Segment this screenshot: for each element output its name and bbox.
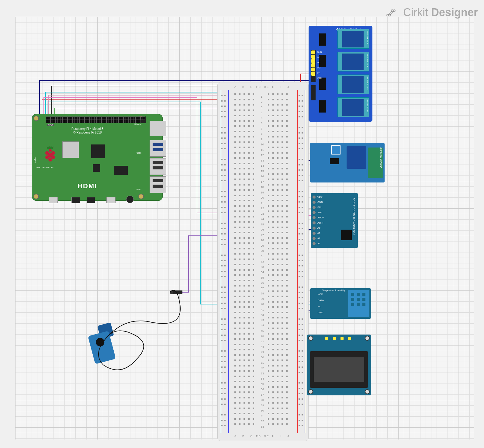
hdmi-label: HDMI bbox=[78, 182, 97, 190]
ethernet-label: Ethernet bbox=[134, 123, 141, 125]
relay-module-4ch[interactable]: 4 Relay Module SRD-5VDC-SL-C SRD-5VDC-SL… bbox=[309, 26, 372, 122]
relay-3: SRD-5VDC-SL-C bbox=[337, 75, 369, 94]
breadboard[interactable]: A B C D E F G H I J A B C D E F G H I J … bbox=[217, 82, 309, 441]
ads-pin-label: A2 bbox=[317, 237, 320, 240]
row-number: 48 bbox=[261, 345, 264, 348]
row-number: 62 bbox=[261, 420, 264, 423]
breadboard-holes-right[interactable] bbox=[268, 92, 292, 432]
ads-pin-label: A0 bbox=[317, 227, 320, 229]
ads-pin-label: ALRT bbox=[317, 221, 323, 224]
potentiometer-icon bbox=[331, 145, 341, 155]
relay-pin-label: IN2 bbox=[317, 61, 320, 64]
usb3-label: USB3 bbox=[137, 152, 141, 154]
relay-pin-label: IN1 bbox=[317, 56, 320, 58]
ads1115-adc[interactable]: ADS1115 16Bit I2C ADC+PGA VDDGNDSCLSDAAD… bbox=[311, 193, 358, 248]
transformer-icon bbox=[347, 146, 366, 169]
usb2-port-icon bbox=[150, 158, 166, 175]
row-number: 2 bbox=[261, 100, 262, 103]
row-number: 24 bbox=[261, 217, 264, 221]
mounting-hole-icon bbox=[138, 194, 144, 199]
row-number: 57 bbox=[261, 393, 264, 396]
audio-jack-connector[interactable] bbox=[170, 290, 182, 294]
row-number: 43 bbox=[261, 319, 264, 322]
row-number: 46 bbox=[261, 335, 264, 338]
svg-point-63 bbox=[48, 158, 52, 161]
oled-display[interactable] bbox=[307, 335, 371, 395]
raspberry-pi-4[interactable]: GPIO Raspberry Pi 4 Model B © Raspberry … bbox=[32, 114, 163, 201]
mounting-hole-icon bbox=[33, 194, 39, 199]
row-number: 44 bbox=[261, 324, 264, 327]
relay-power-header[interactable] bbox=[311, 85, 316, 100]
optocoupler-icon bbox=[319, 78, 326, 90]
relay-4: SRD-5VDC-SL-C bbox=[337, 97, 369, 117]
chip-icon bbox=[93, 164, 100, 172]
row-number: 37 bbox=[261, 287, 264, 290]
row-number: 19 bbox=[261, 191, 264, 194]
row-number: 6 bbox=[261, 122, 262, 125]
dht-pin-label: GND bbox=[318, 311, 323, 314]
row-number: 8 bbox=[261, 132, 262, 135]
row-number: 23 bbox=[261, 212, 264, 215]
dht11-sensor[interactable]: Temperature & Humidity VCCDATANCGND bbox=[310, 288, 371, 319]
row-number: 4 bbox=[261, 111, 262, 114]
rail-holes-right[interactable] bbox=[299, 93, 305, 430]
row-number: 9 bbox=[261, 138, 262, 141]
breadboard-holes-left[interactable] bbox=[234, 92, 258, 432]
relay-pin-label: VCC bbox=[317, 77, 322, 79]
gpio-header[interactable] bbox=[46, 116, 146, 123]
row-number: 63 bbox=[261, 425, 264, 428]
sct013-current-clamp[interactable] bbox=[85, 321, 122, 370]
relay-1: SRD-5VDC-SL-C bbox=[337, 29, 369, 49]
row-number: 14 bbox=[261, 164, 264, 167]
soc-chip-icon bbox=[91, 144, 105, 158]
ethernet-port-icon bbox=[150, 121, 166, 136]
row-number: 51 bbox=[261, 361, 264, 364]
watermark-text1: Cirkit bbox=[403, 6, 431, 19]
zmpt101b-voltage-sensor[interactable]: ZMPT101B 2mA:2mA bbox=[310, 143, 385, 182]
row-number: 1 bbox=[261, 95, 262, 98]
mounting-hole-icon bbox=[308, 336, 313, 341]
row-number: 15 bbox=[261, 170, 264, 173]
usbc-power-icon bbox=[49, 197, 58, 203]
row-number: 7 bbox=[261, 127, 262, 130]
usb2-label: USB2 bbox=[137, 189, 141, 190]
display-label: Display bbox=[34, 157, 36, 163]
row-number: 20 bbox=[261, 196, 264, 199]
row-number: 30 bbox=[261, 249, 264, 252]
row-number: 28 bbox=[261, 239, 264, 242]
row-number: 18 bbox=[261, 186, 264, 189]
row-number: 3 bbox=[261, 106, 262, 109]
row-number: 59 bbox=[261, 404, 264, 407]
rail-holes-left[interactable] bbox=[221, 93, 227, 430]
relay-pin-label: GND bbox=[317, 51, 322, 53]
adc-chip-icon bbox=[341, 230, 352, 240]
watermark-icon bbox=[386, 9, 401, 19]
ram-chip-icon bbox=[62, 141, 79, 158]
row-number: 42 bbox=[261, 313, 264, 316]
mounting-hole-icon bbox=[365, 389, 370, 394]
style-label: style bbox=[36, 166, 40, 168]
usb2-port-icon bbox=[150, 176, 166, 193]
svg-point-62 bbox=[51, 155, 55, 159]
row-number: 27 bbox=[261, 234, 264, 237]
svg-point-64 bbox=[49, 149, 52, 152]
oled-pins[interactable] bbox=[325, 337, 351, 340]
row-number: 61 bbox=[261, 415, 264, 418]
dht-sensor-body-icon bbox=[348, 290, 369, 317]
optocoupler-icon bbox=[319, 33, 326, 46]
row-number: 39 bbox=[261, 297, 264, 300]
chip-icon bbox=[114, 166, 128, 175]
micro-hdmi-icon bbox=[71, 197, 80, 203]
svg-point-61 bbox=[45, 155, 49, 159]
row-number: 41 bbox=[261, 308, 264, 311]
row-number: 26 bbox=[261, 228, 264, 231]
mounting-hole-icon bbox=[33, 116, 39, 121]
row-number: 31 bbox=[261, 255, 264, 258]
row-number: 35 bbox=[261, 276, 264, 279]
row-number: 16 bbox=[261, 175, 264, 178]
relay-input-header[interactable] bbox=[311, 50, 316, 82]
global-en-label: GLOBAL_EN bbox=[43, 166, 54, 168]
ads-pin-label: SDA bbox=[317, 211, 322, 214]
row-number: 17 bbox=[261, 180, 264, 183]
ads-pin-label: SCL bbox=[317, 206, 322, 209]
